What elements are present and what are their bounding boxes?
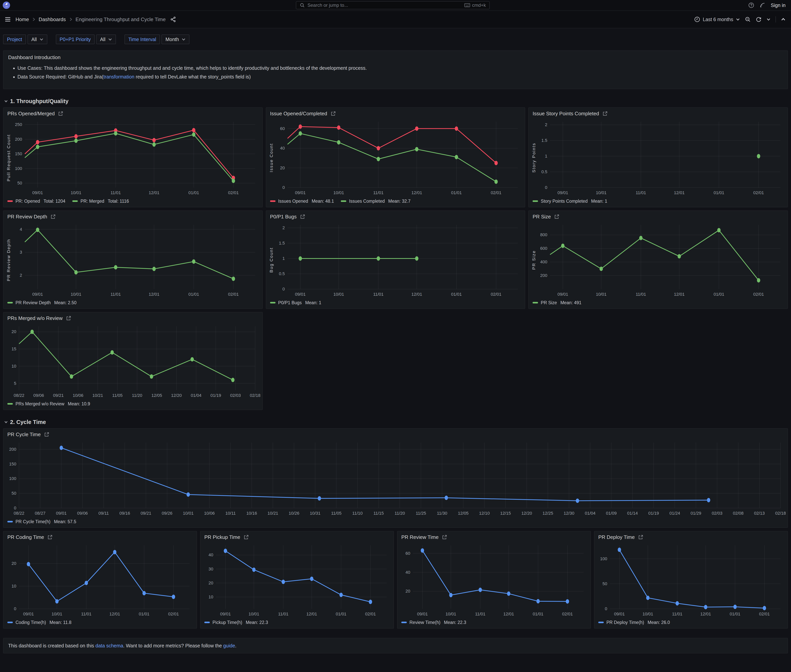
svg-text:60: 60 — [406, 551, 410, 556]
external-link-icon[interactable] — [638, 534, 643, 540]
chart-plot-area[interactable]: 09/0110/0111/0112/0101/0102/0100.511.52 — [537, 118, 786, 197]
chevron-down-icon — [108, 37, 112, 41]
svg-text:200: 200 — [15, 137, 22, 142]
external-link-icon[interactable] — [66, 316, 71, 321]
legend-item[interactable]: Pickup Time(h)Mean: 22.3 — [204, 620, 268, 625]
devlake-logo[interactable] — [3, 2, 10, 9]
chart-plot-area[interactable]: 08/2209/0609/2110/0610/2111/0511/2012/05… — [6, 323, 261, 400]
svg-text:01/29: 01/29 — [691, 511, 701, 516]
chart-plot-area[interactable]: 09/0110/0111/0112/0101/0102/0110203040 — [203, 542, 392, 618]
external-link-icon[interactable] — [331, 111, 336, 116]
breadcrumb-dashboards[interactable]: Dashboards — [39, 16, 66, 22]
panel-issue-story-points-completed: Issue Story Points Completed Story Point… — [528, 107, 788, 207]
chart-plot-area[interactable]: 09/0110/0111/0112/0101/0102/0101020 — [6, 542, 195, 618]
legend-item[interactable]: PR Deploy Time(h)Mean: 26.0 — [598, 620, 670, 625]
news-rss-icon[interactable] — [760, 2, 765, 8]
svg-text:50: 50 — [603, 581, 607, 586]
chart-plot-area[interactable]: 09/0110/0111/0112/0101/0102/01234 — [12, 222, 261, 298]
legend-item[interactable]: Review Time(h)Mean: 22.3 — [401, 620, 466, 625]
filter-time-interval: Time IntervalMonth — [125, 35, 189, 44]
legend-item[interactable]: PR SizeMean: 491 — [533, 300, 581, 306]
svg-text:12/01: 12/01 — [149, 292, 159, 297]
panel-title[interactable]: PR Cycle Time — [7, 432, 41, 438]
legend-item[interactable]: Story Points CompletedMean: 1 — [533, 198, 607, 204]
menu-hamburger-icon[interactable] — [5, 16, 11, 22]
chart-plot-area[interactable]: 09/0110/0111/0112/0101/0102/01204060 — [400, 542, 589, 618]
collapse-toolbar-button[interactable] — [781, 17, 786, 22]
svg-text:09/01: 09/01 — [295, 292, 306, 297]
legend-item[interactable]: PRs Merged w/o ReviewMean: 10.9 — [7, 401, 90, 406]
panel-title[interactable]: PRs Merged w/o Review — [7, 315, 63, 321]
refresh-button[interactable] — [756, 16, 762, 22]
search-input[interactable]: Search or jump to... cmd+k — [296, 1, 490, 9]
legend-item[interactable]: Coding Time(h)Mean: 11.8 — [7, 620, 72, 625]
svg-text:12/01: 12/01 — [674, 292, 685, 297]
chart-plot-area[interactable]: 09/0110/0111/0112/0101/0102/0100.511.52 — [274, 222, 523, 298]
section-throughput-quality[interactable]: 1. Throughput/Quality — [4, 97, 788, 106]
breadcrumb-home[interactable]: Home — [16, 16, 29, 22]
chart-plot-area[interactable]: 09/0110/0111/0112/0101/0102/012004006008… — [537, 222, 786, 298]
svg-text:11/20: 11/20 — [132, 393, 142, 398]
external-link-icon[interactable] — [442, 534, 447, 540]
panel-title[interactable]: PR Coding Time — [7, 534, 44, 540]
external-link-icon[interactable] — [300, 214, 305, 219]
external-link-icon[interactable] — [58, 111, 63, 116]
panel-title[interactable]: PRs Opened/Merged — [7, 110, 55, 117]
panel-title[interactable]: PR Review Depth — [7, 214, 47, 220]
external-link-icon[interactable] — [554, 214, 559, 219]
filter-value-dropdown[interactable]: All — [96, 35, 116, 44]
chart-legend: PR SizeMean: 491 — [529, 298, 788, 309]
svg-text:10/01: 10/01 — [51, 611, 62, 616]
legend-item[interactable]: PR Cycle Time(h)Mean: 57.5 — [7, 519, 76, 524]
chart-legend: PR Review DepthMean: 2.50 — [3, 298, 262, 309]
panel-title[interactable]: PR Size — [533, 214, 551, 220]
svg-text:09/01: 09/01 — [32, 292, 43, 297]
section-cycle-time[interactable]: 2. Cycle Time — [4, 418, 788, 426]
external-link-icon[interactable] — [51, 214, 56, 219]
panel-title[interactable]: Issue Story Points Completed — [533, 110, 599, 117]
text-link[interactable]: guide — [223, 643, 235, 648]
chart-plot-area[interactable]: 09/0110/0111/0112/0101/0102/010204060 — [274, 118, 523, 197]
legend-item[interactable]: PR: OpenedTotal: 1204 — [7, 198, 65, 204]
svg-text:40: 40 — [209, 552, 213, 557]
panel-title[interactable]: Issue Opened/Completed — [270, 110, 327, 117]
external-link-icon[interactable] — [603, 111, 608, 116]
svg-text:11/01: 11/01 — [373, 190, 383, 195]
svg-text:3: 3 — [20, 250, 22, 254]
external-link-icon[interactable] — [44, 432, 49, 437]
chart-plot-area[interactable]: 09/0110/0111/0112/0101/0102/01050100 — [597, 542, 786, 618]
chart-legend: PR Deploy Time(h)Mean: 26.0 — [594, 618, 788, 628]
share-icon[interactable] — [170, 16, 176, 22]
svg-text:0.5: 0.5 — [541, 170, 547, 174]
svg-text:01/01: 01/01 — [714, 292, 724, 297]
time-range-picker[interactable]: Last 6 months — [694, 16, 740, 22]
external-link-icon[interactable] — [48, 534, 53, 540]
chart-plot-area[interactable]: 09/0110/0111/0112/0101/0102/015010015020… — [12, 118, 261, 197]
chevron-right-icon — [32, 18, 35, 21]
external-link-icon[interactable] — [244, 534, 249, 540]
svg-text:60: 60 — [280, 126, 285, 131]
svg-text:11/01: 11/01 — [636, 292, 646, 297]
filter-value-dropdown[interactable]: All — [27, 35, 47, 44]
panel-title[interactable]: PR Review Time — [401, 534, 438, 540]
filter-value-dropdown[interactable]: Month — [162, 35, 189, 44]
chart-legend: Review Time(h)Mean: 22.3 — [398, 618, 590, 628]
legend-item[interactable]: P0/P1 BugsMean: 1 — [270, 300, 321, 306]
text-link[interactable]: data schema — [95, 643, 123, 648]
legend-item[interactable]: Issues OpenedMean: 48.1 — [270, 198, 334, 204]
panel-title[interactable]: P0/P1 Bugs — [270, 214, 297, 220]
svg-text:02/01: 02/01 — [753, 190, 764, 195]
help-icon[interactable] — [748, 2, 754, 8]
legend-item[interactable]: PR: MergedTotal: 1116 — [72, 198, 129, 204]
legend-item[interactable]: Issues CompletedMean: 32.7 — [341, 198, 411, 204]
legend-item[interactable]: PR Review DepthMean: 2.50 — [7, 300, 77, 306]
svg-text:11/01: 11/01 — [672, 611, 682, 616]
panel-p0-p1-bugs: P0/P1 Bugs Bug Count09/0110/0111/0112/01… — [266, 210, 525, 309]
chart-plot-area[interactable]: 08/2208/2709/0109/0609/1109/1609/2109/26… — [6, 440, 786, 517]
zoom-out-button[interactable] — [745, 16, 751, 22]
panel-title[interactable]: PR Deploy Time — [598, 534, 635, 540]
panel-title[interactable]: PR Pickup Time — [204, 534, 240, 540]
text-link[interactable]: transformation — [103, 74, 134, 80]
sign-in-button[interactable]: Sign in — [771, 3, 786, 8]
refresh-interval-dropdown[interactable] — [767, 18, 770, 21]
